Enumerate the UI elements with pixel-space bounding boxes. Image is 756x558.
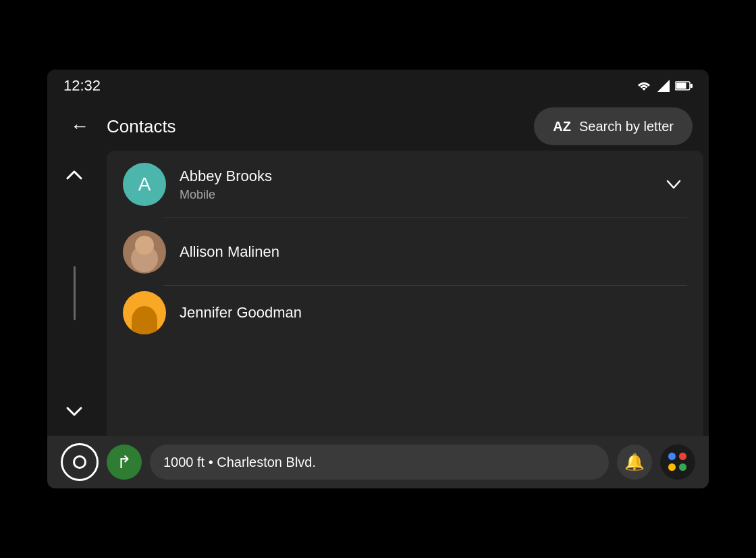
dot-blue xyxy=(668,453,676,460)
contacts-list: A Abbey Brooks Mobile Allison Malinen xyxy=(107,151,703,436)
contact-name-jennifer: Jennifer Goodman xyxy=(180,303,687,323)
directions-button[interactable]: ↱ xyxy=(107,445,142,480)
google-assistant-icon xyxy=(668,453,687,472)
status-time: 12:32 xyxy=(63,77,101,95)
avatar-allison xyxy=(123,230,166,274)
scroll-indicator xyxy=(74,266,76,320)
scroll-track xyxy=(74,191,76,395)
bell-icon: 🔔 xyxy=(624,453,645,472)
contact-name-abbey: Abbey Brooks xyxy=(180,167,647,186)
dot-green xyxy=(679,463,686,471)
signal-icon xyxy=(657,80,670,92)
contact-item-allison[interactable]: Allison Malinen xyxy=(107,218,703,286)
status-bar: 12:32 xyxy=(47,70,709,102)
bottom-nav: ↱ 1000 ft • Charleston Blvd. 🔔 xyxy=(47,436,709,488)
svg-rect-3 xyxy=(691,84,693,88)
scroll-down-button[interactable] xyxy=(58,395,90,428)
contact-item-jennifer[interactable]: Jennifer Goodman xyxy=(107,286,703,340)
wifi-icon xyxy=(636,80,652,92)
search-by-letter-label: Search by letter xyxy=(579,119,674,134)
svg-rect-2 xyxy=(676,83,686,89)
route-text: 1000 ft • Charleston Blvd. xyxy=(163,455,316,470)
device-frame: 12:32 ← Contacts AZ xyxy=(47,70,709,488)
home-icon xyxy=(73,455,86,469)
contact-info-allison: Allison Malinen xyxy=(180,243,687,262)
back-button[interactable]: ← xyxy=(63,110,96,143)
app-bar: ← Contacts AZ Search by letter xyxy=(47,102,709,151)
status-icons xyxy=(636,80,693,92)
contact-info-abbey: Abbey Brooks Mobile xyxy=(180,167,647,202)
avatar-jennifer xyxy=(123,291,166,334)
contact-name-allison: Allison Malinen xyxy=(180,243,687,262)
main-content: A Abbey Brooks Mobile Allison Malinen xyxy=(47,151,709,436)
contact-item-abbey[interactable]: A Abbey Brooks Mobile xyxy=(107,151,703,218)
route-info: 1000 ft • Charleston Blvd. xyxy=(150,445,609,480)
az-icon: AZ xyxy=(553,119,571,134)
google-assistant-button[interactable] xyxy=(660,445,695,480)
svg-marker-0 xyxy=(657,80,670,92)
scroll-up-button[interactable] xyxy=(58,159,90,191)
dot-red xyxy=(679,453,686,460)
back-arrow-icon: ← xyxy=(70,117,89,136)
search-by-letter-button[interactable]: AZ Search by letter xyxy=(534,107,693,145)
dot-yellow xyxy=(668,463,676,471)
scroll-controls xyxy=(47,151,101,436)
contact-info-jennifer: Jennifer Goodman xyxy=(180,303,687,323)
contact-subtext-abbey: Mobile xyxy=(180,188,647,202)
avatar-abbey: A xyxy=(123,163,166,206)
expand-button-abbey[interactable] xyxy=(660,174,687,195)
bell-button[interactable]: 🔔 xyxy=(617,445,652,480)
page-title: Contacts xyxy=(107,116,523,137)
home-button[interactable] xyxy=(61,443,99,481)
battery-icon xyxy=(675,81,693,91)
directions-icon: ↱ xyxy=(117,452,132,473)
